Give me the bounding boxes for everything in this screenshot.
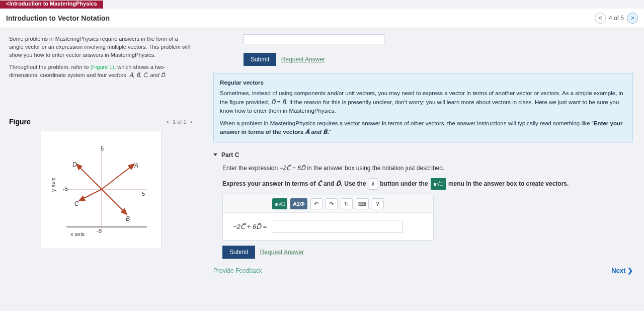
svg-text:-5: -5 — [63, 186, 68, 192]
svg-text:5: 5 — [142, 191, 145, 197]
request-answer-bottom[interactable]: Request Answer — [260, 249, 304, 256]
svg-text:A: A — [134, 162, 138, 169]
svg-text:-5: -5 — [97, 228, 102, 234]
submit-button-bottom[interactable]: Submit — [222, 246, 255, 259]
top-pager: < 4 of 5 > — [595, 13, 638, 24]
figure-heading: Figure — [9, 118, 31, 126]
undo-button[interactable]: ↶ — [310, 198, 323, 209]
figure-pager-label: 1 of 1 — [173, 119, 187, 125]
prev-page-button[interactable]: < — [595, 13, 606, 24]
svg-line-13 — [102, 189, 127, 214]
next-page-button[interactable]: > — [627, 13, 638, 24]
info-heading: Regular vectors — [220, 79, 626, 87]
templates-menu-button[interactable]: ∎√□ — [272, 198, 287, 209]
submit-button-top[interactable]: Submit — [244, 53, 276, 66]
svg-line-7 — [102, 164, 134, 189]
request-answer-top[interactable]: Request Answer — [281, 56, 325, 63]
answer-toolbar: ∎√□ ΑΣΦ ↶ ↷ ↻ ⌨ ? — [223, 195, 433, 213]
reset-button[interactable]: ↻ — [341, 198, 353, 209]
part-instruction: Express your answer in terms of C⃗ and D… — [222, 178, 633, 190]
help-button[interactable]: ? — [372, 198, 384, 209]
svg-text:C: C — [74, 200, 79, 207]
next-button[interactable]: Next ❯ — [611, 267, 633, 274]
title-bar: Introduction to Vector Notation < 4 of 5… — [0, 9, 644, 28]
greek-button[interactable]: ΑΣΦ — [290, 198, 307, 209]
svg-text:D: D — [72, 161, 77, 168]
figure-next[interactable]: > — [190, 119, 193, 125]
regular-vectors-info: Regular vectors Sometimes, instead of us… — [213, 73, 633, 142]
brand-tab: <Introduction to MasteringPhysics — [0, 1, 103, 9]
figure-link[interactable]: (Figure 1) — [90, 64, 114, 70]
figure-pager: < 1 of 1 > — [167, 119, 193, 125]
svg-text:5: 5 — [101, 145, 104, 151]
part-prompt: Enter the expression −2C⃗ + 6D⃗ in the a… — [222, 164, 633, 173]
part-label: Part C — [221, 151, 239, 159]
chevron-down-icon — [213, 153, 217, 156]
pager-label: 4 of 5 — [609, 15, 624, 22]
redo-button[interactable]: ↷ — [326, 198, 338, 209]
answer-panel: ∎√□ ΑΣΦ ↶ ↷ ↻ ⌨ ? −2C⃗ + 6D⃗ = — [222, 195, 434, 241]
svg-line-11 — [79, 189, 102, 201]
svg-text:x axis: x axis — [70, 231, 85, 237]
provide-feedback-link[interactable]: Provide Feedback — [213, 267, 262, 274]
part-c-header[interactable]: Part C — [213, 151, 633, 159]
figure-prev[interactable]: < — [167, 119, 170, 125]
figure-image: 5 5 -5 -5 A D C B — [41, 131, 162, 249]
prev-answer-field[interactable] — [244, 34, 384, 44]
page-title: Introduction to Vector Notation — [6, 14, 110, 22]
svg-text:y axis: y axis — [50, 177, 56, 192]
vector-menu-icon: ∎√□ — [431, 178, 446, 190]
svg-text:B: B — [126, 215, 130, 222]
svg-line-9 — [76, 164, 102, 189]
equation-input[interactable] — [272, 220, 403, 233]
intro-paragraph-2: Throughout the problem, refer to (Figure… — [9, 63, 193, 80]
keyboard-button[interactable]: ⌨ — [356, 198, 369, 209]
vector-x-icon: x⃗ — [369, 178, 377, 190]
left-column: Some problems in MasteringPhysics requir… — [0, 28, 202, 310]
intro-paragraph-1: Some problems in MasteringPhysics requir… — [9, 35, 193, 59]
equation-label: −2C⃗ + 6D⃗ = — [233, 223, 267, 230]
right-column: Submit Request Answer Regular vectors So… — [202, 28, 644, 310]
